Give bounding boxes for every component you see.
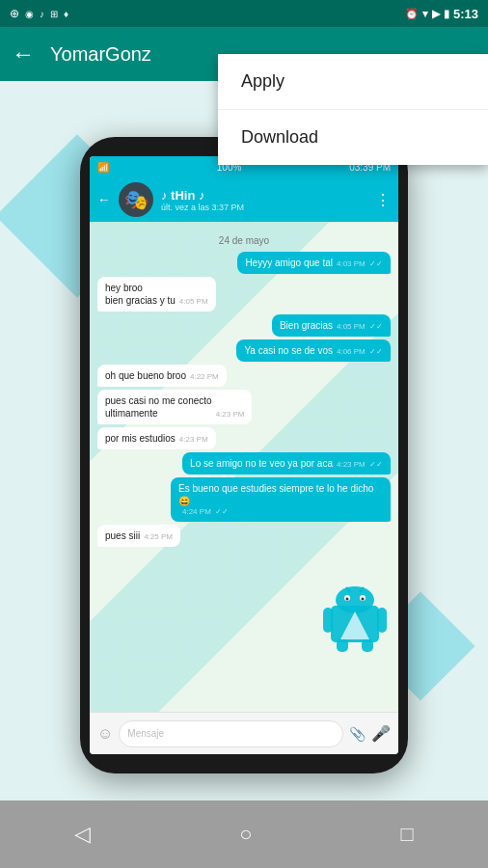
msg-text-9: Es bueno que estudies siempre te lo he d… — [178, 482, 383, 507]
phone-screen: 📶 100% 03:39 PM ← 🎭 ♪ tHin ♪ últ. vez a … — [90, 156, 398, 754]
message-input[interactable]: Mensaje — [119, 720, 343, 747]
msg-time-6: 4:23 PM — [216, 410, 245, 420]
svg-rect-11 — [362, 638, 373, 652]
circle-icon: ◉ — [25, 9, 34, 19]
msg-row-10: pues siii 4:25 PM — [105, 529, 173, 542]
msg-row-7: por mis estudios 4:23 PM — [105, 432, 208, 445]
msg-time-10: 4:25 PM — [144, 532, 173, 542]
svg-rect-10 — [337, 638, 348, 652]
msg-row-1: Heyyy amigo que tal 4:03 PM ✓✓ — [245, 257, 383, 269]
msg-6: pues casi no me conectoultimamente 4:23 … — [97, 390, 391, 424]
msg-text-7: por mis estudios — [105, 432, 176, 445]
msg-text-2: hey broobien gracias y tu — [105, 282, 176, 307]
phone-device: 📶 100% 03:39 PM ← 🎭 ♪ tHin ♪ últ. vez a … — [80, 137, 408, 773]
contact-info: ♪ tHin ♪ últ. vez a las 3:37 PM — [161, 188, 367, 212]
wifi-icon: ▾ — [422, 8, 428, 20]
time-display: 5:13 — [453, 7, 478, 21]
svg-point-5 — [362, 598, 365, 601]
grid-icon: ⊞ — [50, 9, 58, 19]
phone-back-button[interactable]: ← — [97, 192, 111, 207]
attach-icon[interactable]: 📎 — [349, 726, 366, 742]
msg-row-9: Es bueno que estudies siempre te lo he d… — [178, 482, 383, 517]
msg-row-4: Ya casi no se de vos 4:06 PM ✓✓ — [244, 344, 383, 357]
more-options-icon[interactable]: ⋮ — [375, 191, 391, 209]
dropdown-menu: Apply Download — [218, 54, 488, 165]
android-icon: ♦ — [64, 9, 68, 19]
msg-row-5: oh que bueno broo 4:22 PM — [105, 369, 219, 382]
recents-nav-button[interactable]: □ — [401, 822, 414, 847]
status-bar-right: ⏰ ▾ ▶ ▮ 5:13 — [405, 7, 478, 21]
bubble-9: Es bueno que estudies siempre te lo he d… — [171, 477, 391, 522]
svg-point-4 — [346, 598, 349, 601]
msg-time-5: 4:22 PM — [190, 372, 219, 382]
msg-time-7: 4:23 PM — [179, 435, 208, 445]
msg-time-1: 4:03 PM ✓✓ — [337, 259, 383, 269]
alarm-icon: ⏰ — [405, 8, 419, 20]
msg-row-6: pues casi no me conectoultimamente 4:23 … — [105, 394, 244, 420]
msg-9: Es bueno que estudies siempre te lo he d… — [97, 477, 391, 522]
bubble-8: Lo se amigo no te veo ya por aca 4:23 PM… — [182, 452, 391, 475]
msg-row-2: hey broobien gracias y tu 4:05 PM — [105, 282, 208, 307]
bubble-6: pues casi no me conectoultimamente 4:23 … — [97, 390, 252, 424]
msg-text-1: Heyyy amigo que tal — [245, 257, 333, 269]
message-placeholder: Mensaje — [127, 728, 164, 739]
mic-icon[interactable]: 🎤 — [371, 724, 391, 743]
msg-2: hey broobien gracias y tu 4:05 PM — [97, 277, 391, 312]
battery-icon: ▮ — [444, 8, 449, 20]
msg-row-3: Bien gracias 4:05 PM ✓✓ — [280, 319, 383, 332]
msg-row-8: Lo se amigo no te veo ya por aca 4:23 PM… — [190, 457, 383, 470]
msg-7: por mis estudios 4:23 PM — [97, 427, 391, 449]
home-nav-button[interactable]: ○ — [239, 822, 252, 847]
notification-icon: ⊕ — [10, 7, 19, 20]
apply-menu-item[interactable]: Apply — [218, 54, 488, 110]
bubble-1: Heyyy amigo que tal 4:03 PM ✓✓ — [237, 252, 391, 274]
msg-text-6: pues casi no me conectoultimamente — [105, 394, 212, 420]
msg-text-5: oh que bueno broo — [105, 369, 186, 382]
phone-wifi-icon: 📶 — [97, 162, 109, 173]
msg-8: Lo se amigo no te veo ya por aca 4:23 PM… — [97, 452, 391, 475]
msg-text-10: pues siii — [105, 529, 140, 542]
spotify-icon: ♪ — [40, 9, 44, 19]
msg-3: Bien gracias 4:05 PM ✓✓ — [97, 314, 391, 337]
bubble-7: por mis estudios 4:23 PM — [97, 427, 216, 449]
msg-time-8: 4:23 PM ✓✓ — [337, 460, 383, 470]
svg-point-1 — [336, 586, 374, 613]
contact-name: ♪ tHin ♪ — [161, 188, 367, 203]
msg-time-4: 4:06 PM ✓✓ — [337, 347, 383, 357]
msg-time-9: 4:24 PM ✓✓ — [182, 507, 229, 517]
msg-text-3: Bien gracias — [280, 319, 333, 332]
emoji-icon[interactable]: ☺ — [97, 725, 113, 743]
msg-1: Heyyy amigo que tal 4:03 PM ✓✓ — [97, 252, 391, 274]
bubble-2: hey broobien gracias y tu 4:05 PM — [97, 277, 216, 312]
status-bar: ⊕ ◉ ♪ ⊞ ♦ ⏰ ▾ ▶ ▮ 5:13 — [0, 0, 488, 27]
svg-rect-9 — [377, 608, 387, 633]
msg-time-3: 4:05 PM ✓✓ — [337, 322, 383, 332]
msg-text-4: Ya casi no se de vos — [244, 344, 333, 357]
chat-area: 24 de mayo Heyyy amigo que tal 4:03 PM ✓… — [90, 222, 398, 712]
msg-4: Ya casi no se de vos 4:06 PM ✓✓ — [97, 339, 391, 362]
phone-app-bar: ← 🎭 ♪ tHin ♪ últ. vez a las 3:37 PM ⋮ — [90, 177, 398, 222]
bubble-5: oh que bueno broo 4:22 PM — [97, 365, 227, 387]
download-menu-item[interactable]: Download — [218, 110, 488, 165]
status-bar-left: ⊕ ◉ ♪ ⊞ ♦ — [10, 7, 68, 20]
date-label: 24 de mayo — [97, 235, 391, 246]
signal-icon: ▶ — [432, 8, 440, 20]
bottom-nav: ◁ ○ □ — [0, 800, 488, 868]
phone-input-bar: ☺ Mensaje 📎 🎤 — [90, 712, 398, 754]
back-nav-button[interactable]: ◁ — [74, 822, 91, 847]
msg-5: oh que bueno broo 4:22 PM — [97, 365, 391, 387]
bubble-3: Bien gracias 4:05 PM ✓✓ — [272, 314, 391, 337]
app-bar: ← YomarGonz Apply Download — [0, 27, 488, 81]
msg-time-2: 4:05 PM — [179, 297, 208, 307]
bubble-10: pues siii 4:25 PM — [97, 525, 180, 547]
svg-rect-8 — [323, 608, 333, 633]
main-content: 📶 100% 03:39 PM ← 🎭 ♪ tHin ♪ últ. vez a … — [0, 81, 488, 800]
contact-avatar: 🎭 — [119, 182, 153, 217]
msg-10: pues siii 4:25 PM — [97, 525, 391, 547]
contact-status: últ. vez a las 3:37 PM — [161, 203, 367, 212]
bubble-4: Ya casi no se de vos 4:06 PM ✓✓ — [236, 339, 391, 362]
android-mascot — [321, 577, 389, 654]
msg-text-8: Lo se amigo no te veo ya por aca — [190, 457, 333, 470]
back-button[interactable]: ← — [12, 41, 35, 68]
